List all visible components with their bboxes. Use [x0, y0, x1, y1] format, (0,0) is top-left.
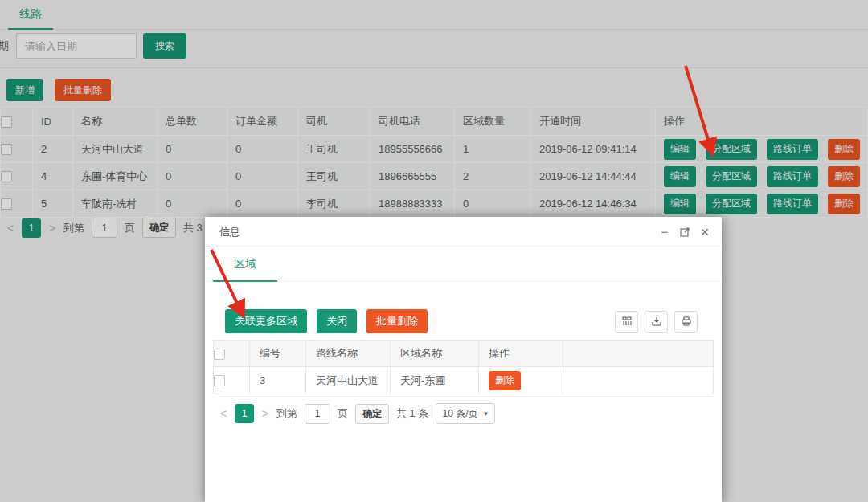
modal-page-1-button[interactable]: 1	[235, 404, 254, 423]
modal-tabbar: 区域	[205, 247, 722, 282]
col-number: 编号	[250, 341, 306, 367]
modal-page-number-input[interactable]	[305, 404, 330, 424]
modal-goto-label: 到第	[276, 406, 297, 421]
modal-select-all-checkbox[interactable]	[214, 349, 225, 360]
cell-route-name: 天河中山大道	[306, 367, 391, 394]
cell-number: 3	[250, 367, 306, 394]
col-modal-actions: 操作	[479, 341, 563, 367]
associate-more-regions-button[interactable]: 关联更多区域	[225, 309, 307, 333]
modal-total-count-label: 共 1 条	[396, 406, 428, 421]
col-region-name: 区域名称	[391, 341, 479, 367]
modal-confirm-page-button[interactable]: 确定	[355, 404, 389, 424]
export-icon[interactable]	[645, 311, 668, 333]
modal-pagination: < 1 > 到第 页 确定 共 1 条 10 条/页 ▼	[219, 403, 722, 424]
window-controls: − ×	[659, 217, 710, 247]
modal-delete-button[interactable]: 删除	[489, 371, 521, 390]
screen: 线路 日期 搜索 新增 批量删除 ID 名称 总单数	[0, 0, 868, 502]
close-icon[interactable]: ×	[699, 227, 710, 238]
modal-prev-page-button[interactable]: <	[219, 407, 227, 420]
print-icon[interactable]	[674, 311, 698, 333]
modal-batch-delete-button[interactable]: 批量删除	[366, 309, 428, 333]
modal-header: 信息 − ×	[205, 217, 722, 247]
page-size-value: 10 条/页	[442, 407, 477, 421]
regions-table: 编号 路线名称 区域名称 操作 3 天河中山大道 天河-东圃 删除	[213, 340, 714, 394]
modal-next-page-button[interactable]: >	[261, 407, 269, 420]
modal-toolbar: 关联更多区域 关闭 批量删除	[225, 309, 698, 333]
info-modal: 信息 − × 区域 关联更多区域 关闭 批量删除	[205, 217, 722, 502]
minimize-icon[interactable]: −	[659, 227, 670, 238]
tab-region[interactable]: 区域	[213, 247, 277, 282]
dropdown-arrow-icon: ▼	[482, 410, 489, 418]
table-icon-group	[615, 311, 698, 333]
modal-page-unit-label: 页	[338, 406, 348, 421]
maximize-icon[interactable]	[679, 227, 690, 238]
modal-table-row: 3 天河中山大道 天河-东圃 删除	[214, 367, 714, 394]
col-route-name: 路线名称	[306, 341, 391, 367]
columns-icon[interactable]	[615, 311, 638, 333]
page-size-select[interactable]: 10 条/页 ▼	[436, 403, 495, 424]
modal-table-header-row: 编号 路线名称 区域名称 操作	[214, 341, 714, 367]
cell-region-name: 天河-东圃	[391, 367, 479, 394]
modal-row-checkbox[interactable]	[214, 375, 225, 386]
close-button[interactable]: 关闭	[317, 309, 357, 333]
modal-title: 信息	[219, 217, 240, 247]
